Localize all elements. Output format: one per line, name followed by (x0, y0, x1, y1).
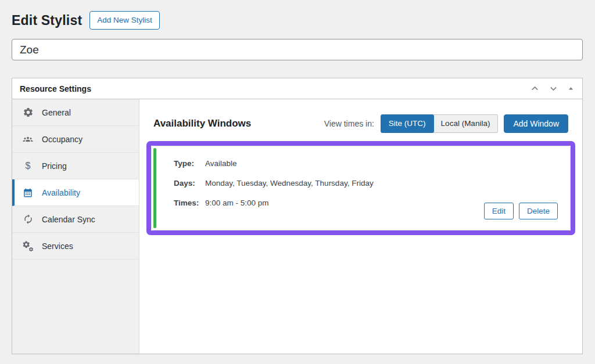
tab-general[interactable]: General (12, 99, 139, 126)
tab-services[interactable]: Services (12, 233, 139, 260)
edit-stylist-page: Edit Stylist Add New Stylist Resource Se… (0, 0, 595, 354)
window-days-row: Days: Monday, Tuesday, Wednesday, Thursd… (174, 179, 558, 188)
section-title: Availability Windows (153, 118, 251, 129)
availability-header: Availability Windows View times in: Site… (153, 114, 568, 133)
tab-label: Occupancy (42, 135, 83, 144)
page-header: Edit Stylist Add New Stylist (12, 12, 583, 29)
resource-settings-header: Resource Settings (12, 78, 582, 99)
window-type-value: Available (205, 159, 237, 168)
settings-tabs: General Occupancy $ Pricing (12, 99, 139, 354)
sync-icon (22, 214, 34, 225)
window-times-value: 9:00 am - 5:00 pm (205, 199, 269, 207)
window-type-label: Type: (174, 159, 205, 168)
add-new-stylist-button[interactable]: Add New Stylist (89, 11, 160, 30)
view-times-label: View times in: (324, 119, 374, 128)
timezone-controls: View times in: Site (UTC) Local (Manila)… (324, 114, 568, 133)
panel-title: Resource Settings (20, 84, 91, 93)
gear-icon (22, 107, 34, 118)
tab-pricing[interactable]: $ Pricing (12, 153, 139, 179)
tab-availability[interactable]: Availability (12, 179, 139, 206)
window-days-label: Days: (174, 179, 205, 188)
timezone-toggle: Site (UTC) Local (Manila) (381, 114, 499, 133)
delete-window-button[interactable]: Delete (519, 203, 558, 220)
timezone-local-button[interactable]: Local (Manila) (433, 114, 499, 133)
resource-settings-panel: Resource Settings General (12, 78, 583, 354)
timezone-site-button[interactable]: Site (UTC) (381, 114, 434, 133)
move-down-icon[interactable] (549, 84, 558, 93)
tab-label: Availability (42, 188, 80, 197)
tab-label: General (42, 108, 71, 117)
panel-body: General Occupancy $ Pricing (12, 99, 582, 354)
available-accent-bar (153, 148, 156, 228)
stylist-name-input[interactable] (12, 39, 583, 60)
tab-label: Services (42, 242, 73, 251)
tab-calendar-sync[interactable]: Calendar Sync (12, 206, 139, 233)
panel-controls (530, 84, 575, 93)
window-times-label: Times: (174, 199, 205, 207)
availability-window-card: Type: Available Days: Monday, Tuesday, W… (151, 146, 571, 230)
edit-window-button[interactable]: Edit (484, 203, 514, 220)
window-days-value: Monday, Tuesday, Wednesday, Thursday, Fr… (205, 179, 374, 188)
annotation-highlight: Type: Available Days: Monday, Tuesday, W… (146, 141, 575, 235)
gears-icon (22, 240, 34, 252)
toggle-panel-icon[interactable] (567, 85, 575, 92)
add-window-button[interactable]: Add Window (504, 114, 568, 133)
people-icon (22, 134, 34, 145)
tab-label: Calendar Sync (42, 215, 95, 224)
tab-label: Pricing (42, 161, 67, 171)
calendar-icon (22, 187, 34, 199)
page-title: Edit Stylist (12, 12, 82, 29)
availability-panel: Availability Windows View times in: Site… (139, 99, 582, 354)
tab-occupancy[interactable]: Occupancy (12, 126, 139, 153)
window-actions: Edit Delete (484, 203, 558, 220)
dollar-icon: $ (22, 160, 34, 172)
window-type-row: Type: Available (174, 159, 558, 168)
move-up-icon[interactable] (530, 84, 540, 93)
